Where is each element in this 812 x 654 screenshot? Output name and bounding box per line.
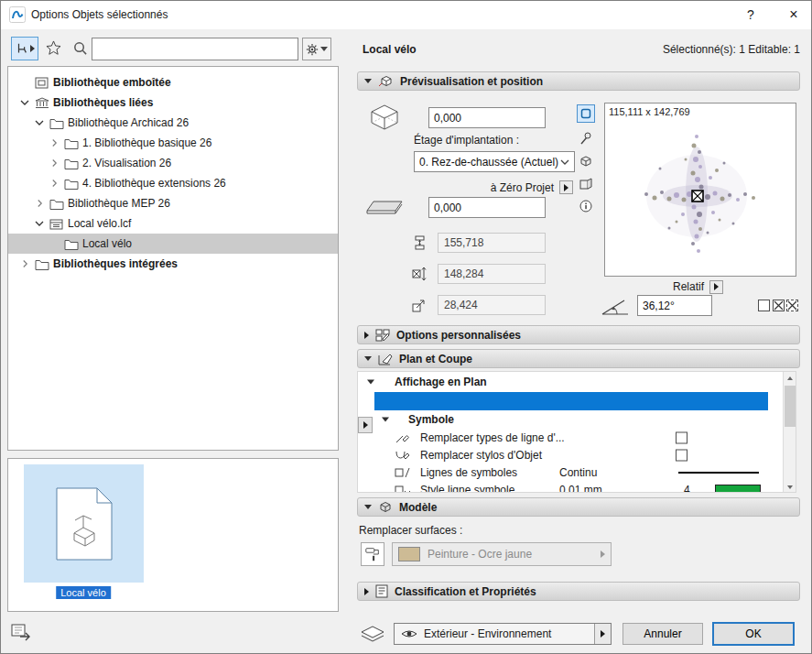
table-scrollbar[interactable] xyxy=(783,372,796,493)
linetype-preview[interactable] xyxy=(678,472,759,474)
show-on-stories-row[interactable]: Afficher sur Étages Tous les étages xyxy=(358,392,796,410)
folder-icon xyxy=(63,238,79,250)
tree-item-local-velo-selected[interactable]: Local vélo xyxy=(8,234,338,254)
search-input[interactable] xyxy=(92,38,298,60)
tree-item-basic-library[interactable]: 1. Bibliothèque basique 26 xyxy=(8,133,338,153)
group-collapse-icon[interactable] xyxy=(382,418,389,422)
elevation-view-button[interactable] xyxy=(577,175,595,193)
pin-button[interactable] xyxy=(577,129,595,147)
section-expand-icon[interactable] xyxy=(364,588,369,595)
chevron-right-icon[interactable] xyxy=(34,199,45,208)
project-zero-label[interactable]: à Zéro Projet xyxy=(491,181,554,194)
scrollbar-up-button[interactable] xyxy=(784,372,796,385)
section-expand-icon[interactable] xyxy=(364,332,369,339)
layer-select[interactable]: Extérieur - Environnement xyxy=(394,623,612,645)
scrollbar-thumb[interactable] xyxy=(785,386,796,427)
relative-label[interactable]: Relatif xyxy=(673,280,704,293)
chevron-right-icon[interactable] xyxy=(49,138,60,147)
tree-item-label: 1. Bibliothèque basique 26 xyxy=(82,136,211,149)
group-symbol[interactable]: Symbole xyxy=(358,410,796,429)
tree-item-label: Bibliothèque emboîtée xyxy=(53,76,171,89)
chevron-right-icon[interactable] xyxy=(49,158,60,168)
scrollbar-down-button[interactable] xyxy=(784,481,796,493)
tree-item-archicad-library[interactable]: Bibliothèque Archicad 26 xyxy=(8,113,338,133)
pen-override-icon xyxy=(395,449,410,462)
story-label: Étage d'implantation : xyxy=(414,134,519,147)
pen-color-swatch[interactable] xyxy=(715,485,761,494)
tree-item-embedded-library[interactable]: Bibliothèque emboîtée xyxy=(8,72,338,93)
model-view-button[interactable] xyxy=(577,152,595,170)
selected-object-title: Local vélo xyxy=(363,43,417,56)
row-label: Lignes de symboles xyxy=(420,466,517,479)
info-button[interactable] xyxy=(577,197,595,215)
override-linetype-row[interactable]: Remplacer types de ligne d'... xyxy=(358,429,796,446)
section-collapse-icon[interactable] xyxy=(364,79,372,83)
chevron-down-icon[interactable] xyxy=(34,220,45,227)
object-preview-viewport[interactable]: 115,111 x 142,769 xyxy=(604,103,796,277)
dim-b-field: 148,284 xyxy=(438,264,546,284)
slab-icon[interactable] xyxy=(364,199,405,217)
offset-input[interactable] xyxy=(428,197,546,218)
cancel-button[interactable]: Annuler xyxy=(623,623,703,645)
library-tree: Bibliothèque emboîtée Bibliothèques liée… xyxy=(7,66,339,451)
override-pen-checkbox[interactable] xyxy=(676,449,687,461)
search-icon[interactable] xyxy=(72,40,88,56)
mirror-toggle-empty[interactable] xyxy=(758,300,770,311)
section-collapse-icon[interactable] xyxy=(364,505,372,509)
tree-item-local-velo-lcf[interactable]: Local vélo.lcf xyxy=(8,213,338,234)
symbol-lines-row[interactable]: Lignes de symboles Continu xyxy=(358,463,796,481)
row-value[interactable]: Continu xyxy=(559,466,597,479)
preview-tile[interactable] xyxy=(24,464,144,583)
mirror-toggle-checked[interactable] xyxy=(773,300,785,311)
chevron-right-icon[interactable] xyxy=(19,259,30,268)
chevron-down-icon[interactable] xyxy=(34,119,45,126)
tree-item-extensions-library[interactable]: 4. Bibliothèque extensions 26 xyxy=(8,173,338,193)
override-linetype-checkbox[interactable] xyxy=(676,431,687,443)
row-value[interactable]: 0,01 mm xyxy=(559,484,602,494)
section-custom-options[interactable]: Options personnalisées xyxy=(357,325,800,344)
section-plan-coupe[interactable]: Plan et Coupe xyxy=(357,349,800,368)
chevron-right-icon[interactable] xyxy=(49,179,60,188)
story-select[interactable]: 0. Rez-de-chaussée (Actuel) xyxy=(414,151,575,172)
override-pen-row[interactable]: Remplacer stylos d'Objet xyxy=(358,446,796,463)
close-button[interactable]: × xyxy=(776,0,811,29)
view-mode-button[interactable] xyxy=(11,37,38,60)
chevron-down-icon xyxy=(320,47,328,51)
app-icon xyxy=(9,6,26,23)
help-button[interactable]: ? xyxy=(738,0,763,29)
elevation-input[interactable] xyxy=(428,107,546,128)
project-zero-popup-button[interactable] xyxy=(559,180,573,194)
surface-color-swatch xyxy=(398,547,420,561)
layer-popup-button[interactable] xyxy=(594,624,611,644)
symbol-linestyle-row[interactable]: Style ligne symbole 0,01 mm 4 xyxy=(358,481,796,493)
mirror-toggle-dashed[interactable] xyxy=(786,300,798,311)
folder-icon xyxy=(49,198,64,210)
group-collapse-icon[interactable] xyxy=(367,380,374,385)
tree-item-integrated-libraries[interactable]: Bibliothèques intégrées xyxy=(8,254,338,274)
chevron-down-icon[interactable] xyxy=(19,99,30,106)
section-classification[interactable]: Classification et Propriétés xyxy=(357,582,800,601)
surface-name: Peinture - Ocre jaune xyxy=(428,548,593,561)
elevation-cube-icon[interactable] xyxy=(364,103,405,130)
group-display-in-plan[interactable]: Affichage en Plan xyxy=(358,372,796,392)
tree-item-visualisation-library[interactable]: 2. Visualisation 26 xyxy=(8,153,338,173)
angle-input[interactable] xyxy=(637,295,712,316)
tree-item-mep-library[interactable]: Bibliothèque MEP 26 xyxy=(8,193,338,213)
lcf-archive-icon xyxy=(49,218,64,230)
section-preview-position[interactable]: Prévisualisation et position xyxy=(357,71,800,91)
layers-icon[interactable] xyxy=(359,625,386,643)
transfer-settings-icon[interactable] xyxy=(11,621,33,641)
tree-item-linked-libraries[interactable]: Bibliothèques liées xyxy=(8,93,338,113)
relative-popup-button[interactable] xyxy=(709,280,723,294)
section-model[interactable]: Modèle xyxy=(357,497,800,517)
favorites-star-button[interactable] xyxy=(46,40,61,55)
surface-select[interactable]: Peinture - Ocre jaune xyxy=(392,542,612,566)
tree-item-label: Bibliothèque Archicad 26 xyxy=(68,116,189,129)
settings-gear-button[interactable] xyxy=(302,38,331,60)
ok-button[interactable]: OK xyxy=(712,622,795,646)
pen-number[interactable]: 4 xyxy=(684,484,690,494)
selected-row-highlight xyxy=(374,392,768,410)
section-collapse-icon[interactable] xyxy=(364,356,372,361)
surface-paint-button[interactable] xyxy=(361,542,384,566)
plan-view-button[interactable] xyxy=(577,104,595,123)
